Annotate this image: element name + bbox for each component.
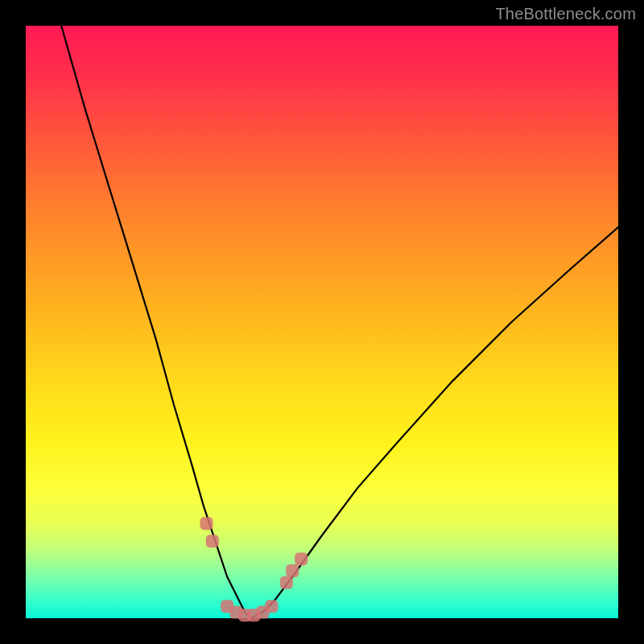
marker-point: [286, 564, 299, 577]
marker-point: [206, 535, 219, 547]
curve-layer: [26, 26, 618, 618]
curve-curve-left: [61, 26, 251, 618]
plot-area: [26, 26, 618, 618]
marker-point: [265, 600, 278, 613]
marker-point: [280, 576, 293, 589]
chart-frame: TheBottleneck.com: [0, 0, 644, 644]
watermark-text: TheBottleneck.com: [495, 5, 636, 23]
marker-point: [200, 517, 213, 530]
marker-point: [295, 552, 308, 565]
